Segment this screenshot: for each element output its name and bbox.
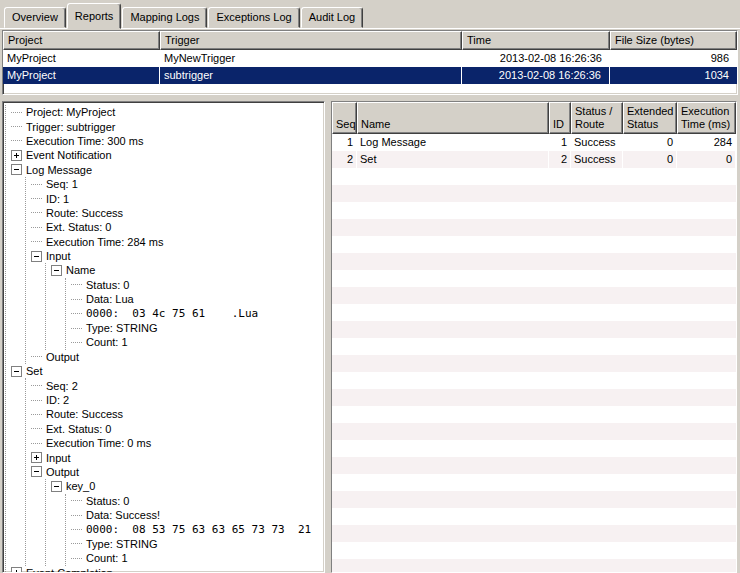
tree-item[interactable]: Route: Success	[26, 206, 324, 220]
tree-item-label: Count: 1	[86, 336, 128, 348]
tree-item[interactable]: Output	[26, 465, 324, 479]
column-header-time[interactable]: Time	[462, 31, 610, 50]
cell-trigger: subtrigger	[160, 67, 462, 84]
tree-connector-icon	[71, 558, 82, 559]
header-line: Status	[627, 118, 673, 131]
tree-item-label: Type: STRING	[86, 538, 158, 550]
header-line: Extended	[627, 105, 673, 118]
tree-item[interactable]: key_0	[46, 479, 324, 493]
tree-item-label: Execution Time: 300 ms	[26, 135, 143, 147]
tree-connector-icon	[31, 212, 42, 213]
tree-item[interactable]: ID: 2	[26, 393, 324, 407]
tab-exceptions-log[interactable]: Exceptions Log	[208, 7, 299, 28]
tree-item[interactable]: Input	[26, 450, 324, 464]
tree-item[interactable]: Type: STRING	[66, 321, 324, 335]
header-line: Route	[575, 118, 619, 131]
tree-item[interactable]: Type: STRING	[66, 537, 324, 551]
tree-children: NameStatus: 0Data: Lua0000: 03 4c 75 61 …	[45, 263, 324, 349]
tree-item[interactable]: Name	[46, 263, 324, 277]
cell-time: 2013-02-08 16:26:36	[462, 67, 610, 84]
tree-connector-icon	[71, 284, 82, 285]
tree-item-label: ID: 1	[46, 193, 69, 205]
cell-status-route: Success	[571, 134, 623, 151]
tree-item[interactable]: Log Message	[6, 163, 324, 177]
tree-item-label: 0000: 03 4c 75 61 .Lua	[86, 307, 258, 320]
cell-file-size: 1034	[610, 67, 737, 84]
column-header-extended-status[interactable]: ExtendedStatus	[623, 102, 677, 134]
column-header-id[interactable]: ID	[549, 102, 571, 134]
tree-item[interactable]: 0000: 03 4c 75 61 .Lua	[66, 306, 324, 320]
tree-collapse-minus-icon[interactable]	[11, 366, 22, 377]
tree-collapse-minus-icon[interactable]	[11, 164, 22, 175]
tree-item[interactable]: Output	[26, 350, 324, 364]
tree-item-label: Data: Success!	[86, 509, 160, 521]
tree-expand-plus-icon[interactable]	[11, 567, 22, 573]
tree-item[interactable]: Set	[6, 364, 324, 378]
tree-item[interactable]: Execution Time: 300 ms	[6, 134, 324, 148]
tree-item[interactable]: Seq: 1	[26, 177, 324, 191]
tree-item[interactable]: ID: 1	[26, 191, 324, 205]
tree-collapse-minus-icon[interactable]	[51, 265, 62, 276]
tree-item[interactable]: Data: Success!	[66, 508, 324, 522]
tree-item[interactable]: Count: 1	[66, 335, 324, 349]
tree-item-label: ID: 2	[46, 394, 69, 406]
tree-item-label: Input	[46, 452, 70, 464]
tree-collapse-minus-icon[interactable]	[51, 481, 62, 492]
steps-table-header: SeqNameIDStatus /RouteExtendedStatusExec…	[332, 102, 736, 134]
report-files-table: ProjectTriggerTimeFile Size (bytes)MyPro…	[2, 30, 738, 95]
tree-item-label: Event Notification	[26, 149, 112, 161]
tree-children: Status: 0Data: Lua0000: 03 4c 75 61 .Lua…	[65, 278, 324, 350]
tree-collapse-minus-icon[interactable]	[31, 466, 42, 477]
header-line: Status /	[575, 105, 619, 118]
tree-item[interactable]: Input	[26, 249, 324, 263]
tree-item-label: Data: Lua	[86, 293, 134, 305]
header-line: Name	[361, 118, 545, 131]
column-header-status-route[interactable]: Status /Route	[571, 102, 623, 134]
tab-reports[interactable]: Reports	[67, 3, 122, 29]
tree-item-label: Log Message	[26, 164, 92, 176]
tree-item[interactable]: Project: MyProject	[6, 105, 324, 119]
tree-item[interactable]: 0000: 08 53 75 63 63 65 73 73 21	[66, 522, 324, 536]
column-header-trigger[interactable]: Trigger	[160, 31, 462, 50]
tab-mapping-logs[interactable]: Mapping Logs	[122, 7, 207, 28]
tree-item-label: Type: STRING	[86, 322, 158, 334]
tree-item[interactable]: Seq: 2	[26, 378, 324, 392]
tree-item[interactable]: Status: 0	[66, 278, 324, 292]
column-header-file-size-bytes[interactable]: File Size (bytes)	[610, 31, 737, 50]
tree-item[interactable]: Execution Time: 0 ms	[26, 436, 324, 450]
tree-item[interactable]: Event Notification	[6, 148, 324, 162]
tree-expand-plus-icon[interactable]	[11, 150, 22, 161]
tree-item-label: Execution Time: 284 ms	[46, 236, 163, 248]
tab-audit-log[interactable]: Audit Log	[301, 7, 363, 28]
tree-expand-plus-icon[interactable]	[31, 452, 42, 463]
cell-id: 2	[549, 151, 571, 168]
cell-name: Set	[357, 151, 549, 168]
tree-connector-icon	[31, 227, 42, 228]
tree-connector-icon	[11, 126, 22, 127]
tree-item-label: Input	[46, 250, 70, 262]
tree-connector-icon	[31, 198, 42, 199]
tree-connector-icon	[71, 543, 82, 544]
tree-collapse-minus-icon[interactable]	[31, 251, 42, 262]
tree-connector-icon	[71, 299, 82, 300]
tree-item[interactable]: Count: 1	[66, 551, 324, 565]
tree-item[interactable]: Status: 0	[66, 494, 324, 508]
tree-item-label: Project: MyProject	[26, 106, 115, 118]
tree-item[interactable]: Execution Time: 284 ms	[26, 235, 324, 249]
tab-overview[interactable]: Overview	[4, 7, 66, 28]
tree-item[interactable]: Ext. Status: 0	[26, 220, 324, 234]
column-header-project[interactable]: Project	[3, 31, 160, 50]
tree-item[interactable]: Route: Success	[26, 407, 324, 421]
tree-item[interactable]: Ext. Status: 0	[26, 422, 324, 436]
tree-children: Seq: 1ID: 1Route: SuccessExt. Status: 0E…	[25, 177, 324, 364]
tree-item[interactable]: Event Completion	[6, 566, 324, 573]
column-header-execution-time-ms[interactable]: ExecutionTime (ms)	[677, 102, 736, 134]
tree-connector-icon	[31, 428, 42, 429]
column-header-name[interactable]: Name	[357, 102, 549, 134]
tree-item[interactable]: Trigger: subtrigger	[6, 119, 324, 133]
tree-children: Seq: 2ID: 2Route: SuccessExt. Status: 0E…	[25, 378, 324, 565]
cell-seq: 2	[332, 151, 357, 168]
cell-execution-time-ms: 284	[677, 134, 736, 151]
column-header-seq[interactable]: Seq	[332, 102, 357, 134]
tree-item[interactable]: Data: Lua	[66, 292, 324, 306]
